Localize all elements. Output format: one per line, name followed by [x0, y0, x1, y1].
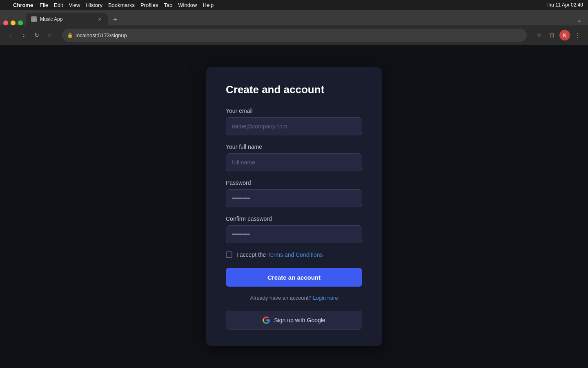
- fullname-input[interactable]: [226, 153, 362, 171]
- menubar-tab[interactable]: Tab: [164, 2, 172, 8]
- menubar: Chrome File Edit View History Bookmarks …: [0, 0, 588, 10]
- traffic-lights: [3, 20, 23, 25]
- menubar-help[interactable]: Help: [203, 2, 214, 8]
- email-label: Your email: [226, 108, 362, 114]
- terms-link[interactable]: Terms and Conditions: [267, 251, 323, 258]
- menu-button[interactable]: ⋮: [572, 29, 583, 41]
- profile-avatar[interactable]: K: [559, 30, 570, 40]
- tab-bar: ♪ Music App ✕ + ⌄: [0, 10, 588, 25]
- maximize-window-button[interactable]: [18, 20, 23, 25]
- browser-frame: ♪ Music App ✕ + ⌄ ‹ › ↻ ⌂ 🔒 localhost:51…: [0, 10, 588, 45]
- card-title: Create and account: [226, 83, 362, 96]
- password-label: Password: [226, 180, 362, 186]
- new-tab-button[interactable]: +: [109, 14, 121, 25]
- google-btn-label: Sign up with Google: [274, 317, 325, 323]
- close-window-button[interactable]: [3, 20, 8, 25]
- already-text: Already have an account?: [250, 295, 313, 301]
- menubar-app-name: Chrome: [13, 2, 33, 8]
- fullname-group: Your full name: [226, 144, 362, 171]
- back-button[interactable]: ‹: [5, 29, 16, 41]
- email-group: Your email: [226, 108, 362, 135]
- browser-tab[interactable]: ♪ Music App ✕: [26, 13, 108, 25]
- terms-text: I accept the Terms and Conditions: [236, 251, 323, 258]
- terms-row: I accept the Terms and Conditions: [226, 251, 362, 258]
- tab-favicon-icon: ♪: [31, 16, 37, 22]
- tab-title: Music App: [40, 16, 93, 22]
- signup-card: Create and account Your email Your full …: [206, 67, 382, 346]
- menubar-time: Thu 11 Apr 02:40: [546, 2, 583, 8]
- confirm-password-label: Confirm password: [226, 215, 362, 222]
- address-text: localhost:5173/signup: [76, 32, 127, 38]
- confirm-password-group: Confirm password: [226, 215, 362, 243]
- google-icon: [263, 316, 270, 324]
- tab-expand-button[interactable]: ⌄: [573, 14, 585, 25]
- login-link[interactable]: Login here: [313, 295, 338, 301]
- menubar-bookmarks[interactable]: Bookmarks: [108, 2, 135, 8]
- password-group: Password: [226, 180, 362, 207]
- email-input[interactable]: [226, 117, 362, 135]
- tab-close-button[interactable]: ✕: [96, 16, 103, 22]
- toolbar-right: ☆ ⊡ K ⋮: [533, 29, 583, 41]
- home-button[interactable]: ⌂: [44, 29, 56, 41]
- menubar-profiles[interactable]: Profiles: [140, 2, 158, 8]
- menubar-items: File Edit View History Bookmarks Profile…: [40, 2, 214, 8]
- nav-buttons: ‹ › ↻ ⌂: [5, 29, 56, 41]
- menubar-edit[interactable]: Edit: [54, 2, 63, 8]
- reload-button[interactable]: ↻: [31, 29, 42, 41]
- forward-button[interactable]: ›: [18, 29, 29, 41]
- lock-icon: 🔒: [67, 32, 73, 38]
- menubar-history[interactable]: History: [86, 2, 102, 8]
- fullname-label: Your full name: [226, 144, 362, 150]
- page-content: Create and account Your email Your full …: [0, 45, 588, 368]
- terms-checkbox[interactable]: [226, 251, 232, 258]
- split-view-button[interactable]: ⊡: [546, 29, 558, 41]
- bookmark-button[interactable]: ☆: [533, 29, 545, 41]
- menubar-right: Thu 11 Apr 02:40: [546, 2, 583, 8]
- minimize-window-button[interactable]: [11, 20, 16, 25]
- google-signup-button[interactable]: Sign up with Google: [226, 311, 362, 330]
- menubar-file[interactable]: File: [40, 2, 48, 8]
- menubar-window[interactable]: Window: [178, 2, 197, 8]
- browser-toolbar: ‹ › ↻ ⌂ 🔒 localhost:5173/signup ☆ ⊡ K ⋮: [0, 25, 588, 45]
- login-row: Already have an account? Login here: [226, 295, 362, 301]
- confirm-password-input[interactable]: [226, 225, 362, 243]
- create-account-button[interactable]: Create an account: [226, 268, 362, 287]
- password-input[interactable]: [226, 189, 362, 207]
- menubar-view[interactable]: View: [69, 2, 80, 8]
- address-bar[interactable]: 🔒 localhost:5173/signup: [62, 29, 527, 42]
